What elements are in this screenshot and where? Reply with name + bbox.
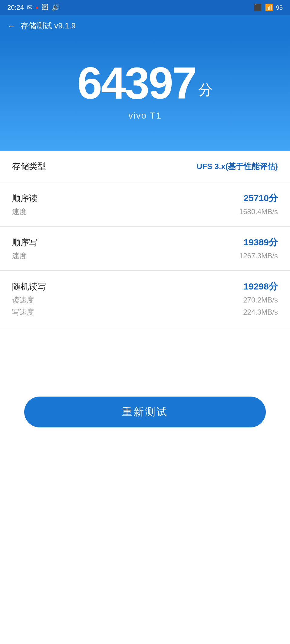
random-rw-row: 随机读写 19298分 读速度 270.2MB/s 写速度 224.3MB/s xyxy=(0,271,290,327)
header: ← 存储测试 v9.1.9 xyxy=(0,15,290,37)
random-rw-score: 19298分 xyxy=(244,280,278,293)
retest-button[interactable]: 重新测试 xyxy=(24,397,266,427)
random-read-sub-value: 270.2MB/s xyxy=(243,296,278,304)
status-right: ⬛ 📶 95 xyxy=(254,4,283,11)
hero-section: 64397 分 vivo T1 xyxy=(0,37,290,151)
status-left: 20:24 ✉ ● 🖼 🔊 xyxy=(7,4,60,11)
score-unit: 分 xyxy=(198,80,213,100)
content-spacer xyxy=(0,327,290,387)
sequential-read-score: 25710分 xyxy=(244,192,278,204)
storage-type-label: 存储类型 xyxy=(12,161,46,172)
sequential-write-row: 顺序写 19389分 速度 1267.3MB/s xyxy=(0,227,290,271)
sequential-read-sub-label: 速度 xyxy=(12,207,27,217)
bottom-section: 重新测试 xyxy=(0,387,290,443)
sequential-write-detail: 速度 1267.3MB/s xyxy=(12,251,278,261)
status-bar: 20:24 ✉ ● 🖼 🔊 ⬛ 📶 95 xyxy=(0,0,290,15)
sequential-read-header: 顺序读 25710分 xyxy=(12,192,278,204)
sequential-read-label: 顺序读 xyxy=(12,193,38,204)
storage-type-value: UFS 3.x(基于性能评估) xyxy=(196,161,278,172)
sequential-write-label: 顺序写 xyxy=(12,237,38,248)
device-name: vivo T1 xyxy=(128,110,162,121)
storage-type-row: 存储类型 UFS 3.x(基于性能评估) xyxy=(0,151,290,182)
volume-icon: 🔊 xyxy=(51,4,60,11)
sequential-read-sub-value: 1680.4MB/s xyxy=(239,208,278,216)
photo-icon: 🖼 xyxy=(42,4,48,11)
sequential-read-detail: 速度 1680.4MB/s xyxy=(12,207,278,217)
score-container: 64397 分 xyxy=(77,61,213,106)
screenshot-icon: ⬛ xyxy=(254,4,262,11)
sequential-read-row: 顺序读 25710分 速度 1680.4MB/s xyxy=(0,182,290,227)
sequential-write-sub-label: 速度 xyxy=(12,251,27,261)
random-read-sub-label: 读速度 xyxy=(12,295,34,305)
mail-icon: ✉ xyxy=(27,4,32,11)
random-rw-label: 随机读写 xyxy=(12,281,46,293)
header-title: 存储测试 v9.1.9 xyxy=(21,21,76,31)
wifi-icon: 📶 xyxy=(265,4,273,11)
battery-icon: 95 xyxy=(276,4,283,11)
dot-icon: ● xyxy=(35,5,39,11)
random-write-sub-label: 写速度 xyxy=(12,307,34,317)
random-write-detail: 写速度 224.3MB/s xyxy=(12,307,278,317)
random-read-detail: 读速度 270.2MB/s xyxy=(12,295,278,305)
time-display: 20:24 xyxy=(7,4,24,11)
sequential-write-header: 顺序写 19389分 xyxy=(12,236,278,249)
sequential-write-sub-value: 1267.3MB/s xyxy=(239,252,278,260)
random-rw-header: 随机读写 19298分 xyxy=(12,280,278,293)
results-section: 存储类型 UFS 3.x(基于性能评估) 顺序读 25710分 速度 1680.… xyxy=(0,151,290,644)
back-button[interactable]: ← xyxy=(7,21,16,31)
sequential-write-score: 19389分 xyxy=(244,236,278,249)
random-write-sub-value: 224.3MB/s xyxy=(243,308,278,316)
total-score: 64397 xyxy=(77,61,196,106)
